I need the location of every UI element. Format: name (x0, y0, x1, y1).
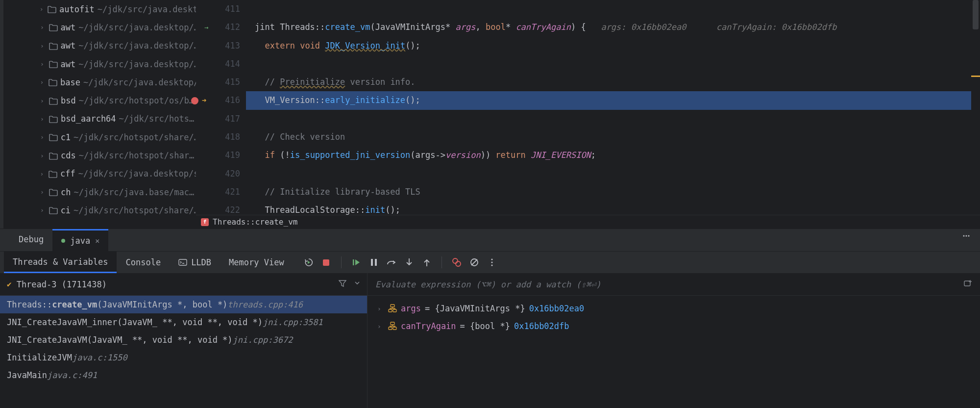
code-line[interactable]: VM_Version::early_initialize(); (246, 91, 980, 109)
tree-folder[interactable]: ›c1 ~/jdk/src/hotspot/share/… (4, 128, 196, 146)
gutter-row[interactable]: ➔416 (196, 91, 246, 109)
gutter-row[interactable]: 417 (196, 110, 246, 128)
folder-path: ~/jdk/src/java.desktop/… (78, 41, 196, 51)
variable-row[interactable]: ›args = {JavaVMInitArgs *} 0x16bb02ea0 (368, 300, 980, 317)
code-line[interactable]: // Initialize library-based TLS (246, 183, 980, 201)
chevron-right-icon: › (38, 24, 46, 31)
stop-icon[interactable] (319, 255, 333, 269)
editor-code[interactable]: jint Threads::create_vm(JavaVMInitArgs* … (246, 0, 980, 229)
thread-selector[interactable]: ✔ Thread-3 (1711438) (0, 273, 367, 296)
chevron-right-icon[interactable]: › (377, 305, 384, 312)
lldb-tab[interactable]: LLDB (170, 252, 220, 273)
struct-icon (388, 322, 397, 331)
svg-point-13 (491, 261, 492, 263)
tree-folder[interactable]: ›cff ~/jdk/src/java.desktop/s… (4, 165, 196, 183)
gutter-row[interactable]: 419 (196, 146, 246, 164)
svg-point-14 (491, 264, 492, 266)
gutter-row[interactable]: ↘412 (196, 18, 246, 36)
tree-folder[interactable]: ›awt ~/jdk/src/java.desktop/… (4, 55, 196, 73)
console-tab[interactable]: Console (117, 252, 170, 273)
evaluate-expression[interactable]: Evaluate expression (⌥⌘) or add a watch … (368, 273, 980, 296)
frame-function: InitializeJVM (7, 353, 72, 362)
folder-icon (49, 60, 58, 68)
gutter-row[interactable]: 415 (196, 73, 246, 91)
variable-row[interactable]: ›canTryAgain = {bool *} 0x16bb02dfb (368, 317, 980, 335)
code-line[interactable]: if (!is_supported_jni_version(args->vers… (246, 146, 980, 164)
variable-list[interactable]: ›args = {JavaVMInitArgs *} 0x16bb02ea0›c… (368, 296, 980, 408)
resume-icon[interactable] (349, 255, 363, 269)
frame-function: JNI_CreateJavaVM (7, 335, 87, 345)
tool-window-strip[interactable] (0, 0, 4, 229)
tree-folder[interactable]: ›bsd ~/jdk/src/hotspot/os/b… (4, 91, 196, 109)
function-icon: f (201, 218, 209, 226)
tree-folder[interactable]: ›bsd_aarch64 ~/jdk/src/hots… (4, 110, 196, 128)
mute-breakpoints-icon[interactable] (467, 255, 481, 269)
threads-variables-tab[interactable]: Threads & Variables (4, 252, 117, 273)
line-number: 416 (225, 91, 240, 109)
frame-list[interactable]: Threads::create_vm(JavaVMInitArgs *, boo… (0, 296, 367, 408)
gutter-row[interactable]: 421 (196, 183, 246, 201)
code-line[interactable] (246, 0, 980, 18)
memory-view-tab[interactable]: Memory View (220, 252, 293, 273)
chevron-right-icon[interactable]: › (377, 323, 384, 330)
frames-panel: ✔ Thread-3 (1711438) Threads::create_vm(… (0, 273, 368, 408)
scroll-thumb[interactable] (973, 0, 979, 29)
editor-gutter[interactable]: 411↘412413414415➔416417418419420421422 (196, 0, 246, 229)
stack-frame[interactable]: JNI_CreateJavaVM(JavaVM_ **, void **, vo… (0, 331, 367, 349)
gutter-row[interactable]: 420 (196, 165, 246, 183)
code-line[interactable]: // Preinitialize version info. (246, 73, 980, 91)
more-icon[interactable] (959, 229, 973, 243)
folder-name: awt (61, 59, 76, 69)
tree-folder[interactable]: ›awt ~/jdk/src/java.desktop/… (4, 18, 196, 36)
tree-folder[interactable]: ›ci ~/jdk/src/hotspot/share/… (4, 201, 196, 219)
tree-folder[interactable]: ›base ~/jdk/src/java.desktop/… (4, 73, 196, 91)
svg-rect-20 (389, 327, 392, 330)
pause-icon[interactable] (367, 255, 381, 269)
gutter-row[interactable]: 418 (196, 128, 246, 146)
svg-rect-21 (393, 327, 396, 330)
gutter-row[interactable]: 414 (196, 55, 246, 73)
svg-rect-3 (179, 259, 187, 265)
code-line[interactable]: // Check version (246, 128, 980, 146)
more-icon[interactable] (485, 255, 499, 269)
gutter-row[interactable]: 413 (196, 37, 246, 55)
tree-folder[interactable]: ›awt ~/jdk/src/java.desktop/… (4, 37, 196, 55)
line-number: 421 (225, 183, 240, 201)
add-watch-icon[interactable] (963, 279, 972, 289)
gutter-row[interactable]: 411 (196, 0, 246, 18)
step-over-icon[interactable] (385, 255, 398, 269)
code-line[interactable] (246, 110, 980, 128)
step-into-icon[interactable] (402, 255, 416, 269)
variable-address: 0x16bb02dfb (514, 321, 569, 331)
line-number: 417 (225, 110, 240, 128)
run-gutter-icon[interactable]: ↘ (198, 20, 214, 35)
code-line[interactable]: jint Threads::create_vm(JavaVMInitArgs* … (246, 18, 980, 36)
folder-name: bsd_aarch64 (61, 114, 116, 124)
code-line[interactable] (246, 165, 980, 183)
tree-folder[interactable]: ›cds ~/jdk/src/hotspot/shar… (4, 146, 196, 164)
editor[interactable]: 411↘412413414415➔416417418419420421422 j… (196, 0, 980, 229)
breadcrumb[interactable]: f Threads::create_vm (196, 215, 980, 229)
debug-session-tab[interactable]: java ✕ (52, 229, 108, 251)
close-icon[interactable]: ✕ (95, 236, 99, 245)
stack-frame[interactable]: JavaMain java.c:491 (0, 366, 367, 384)
rerun-icon[interactable] (302, 255, 316, 269)
tree-folder[interactable]: ›ch ~/jdk/src/java.base/mac… (4, 183, 196, 201)
stack-frame[interactable]: JNI_CreateJavaVM_inner(JavaVM_ **, void … (0, 313, 367, 331)
project-tree[interactable]: ›autofit ~/jdk/src/java.desktop/…›awt ~/… (4, 0, 196, 229)
variable-value: = {JavaVMInitArgs *} (425, 304, 525, 313)
folder-icon (49, 206, 58, 214)
chevron-right-icon: › (38, 133, 46, 141)
code-line[interactable] (246, 55, 980, 73)
filter-icon[interactable] (339, 280, 346, 289)
chevron-down-icon[interactable] (354, 280, 360, 289)
editor-scrollbar[interactable] (971, 0, 980, 229)
stack-frame[interactable]: Threads::create_vm(JavaVMInitArgs *, boo… (0, 296, 367, 313)
view-breakpoints-icon[interactable] (450, 255, 464, 269)
code-line[interactable]: extern void JDK_Version_init(); (246, 37, 980, 55)
stack-frame[interactable]: InitializeJVM java.c:1550 (0, 349, 367, 366)
tree-folder[interactable]: ›autofit ~/jdk/src/java.desktop/… (4, 0, 196, 18)
breakpoint-icon[interactable] (191, 97, 198, 104)
step-out-icon[interactable] (420, 255, 434, 269)
debug-tab[interactable]: Debug (10, 229, 52, 251)
